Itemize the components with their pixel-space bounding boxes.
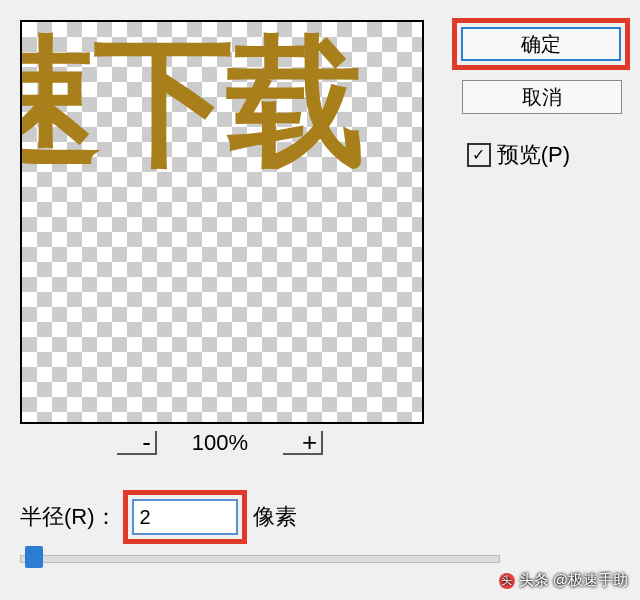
radius-input[interactable] (132, 499, 238, 535)
radius-label: 半径(R)： (20, 502, 117, 532)
radius-slider[interactable] (20, 555, 500, 563)
preview-checkbox-row[interactable]: ✓ 预览(P) (467, 140, 570, 170)
radius-row: 半径(R)： 像素 (20, 490, 297, 544)
cancel-button[interactable]: 取消 (462, 80, 622, 114)
slider-track (20, 555, 500, 563)
preview-checkbox-label: 预览(P) (497, 140, 570, 170)
preview-checkbox[interactable]: ✓ (467, 143, 491, 167)
watermark-icon: 头 (499, 573, 515, 589)
radius-unit: 像素 (253, 502, 297, 532)
zoom-controls: - 100% + (20, 430, 420, 456)
preview-sample-text: 速下载 (20, 32, 422, 172)
watermark: 头 头条 @极速手助 (499, 571, 628, 590)
zoom-level: 100% (192, 430, 248, 456)
radius-input-highlight (123, 490, 247, 544)
ok-button[interactable]: 确定 (461, 27, 621, 61)
zoom-in-button[interactable]: + (283, 431, 323, 455)
slider-thumb[interactable] (25, 546, 43, 568)
watermark-text: 头条 @极速手助 (519, 571, 628, 590)
ok-button-highlight: 确定 (452, 18, 630, 70)
zoom-out-button[interactable]: - (117, 431, 157, 455)
preview-canvas[interactable]: 速下载 (20, 20, 424, 424)
